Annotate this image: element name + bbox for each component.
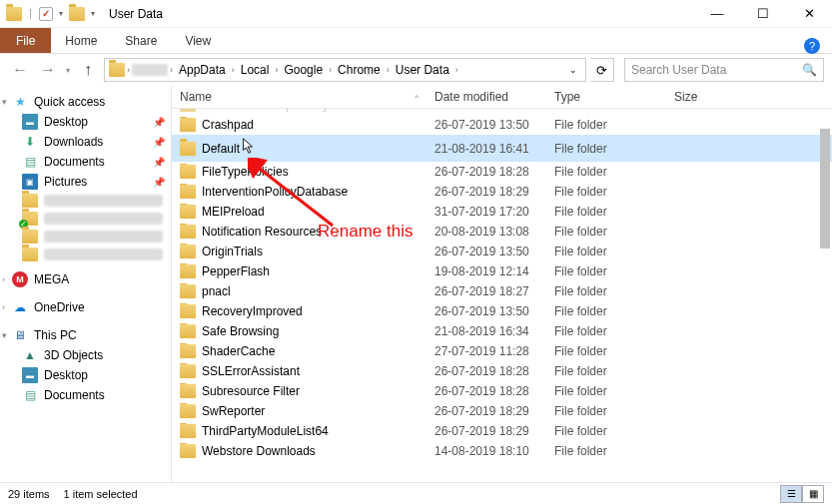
file-row[interactable]: pnacl26-07-2019 18:27File folder	[172, 281, 832, 301]
file-type: File folder	[546, 403, 666, 419]
path-seg-userdata[interactable]: User Data	[392, 63, 453, 77]
folder-icon	[180, 444, 196, 458]
sidebar-item-documents[interactable]: ▤Documents📌	[0, 152, 171, 172]
column-size[interactable]: Size	[666, 86, 832, 108]
file-name: PepperFlash	[202, 264, 270, 278]
column-type[interactable]: Type	[546, 86, 666, 108]
sidebar-item-thispc[interactable]: ▾🖥This PC	[0, 325, 171, 345]
sidebar-item-blurred[interactable]	[22, 230, 163, 244]
refresh-button[interactable]: ⟳	[590, 58, 614, 82]
file-row[interactable]: Default21-08-2019 16:41File folder	[172, 135, 832, 162]
chevron-right-icon[interactable]: ›	[329, 65, 332, 75]
qat-caret-icon[interactable]: ▾	[59, 9, 63, 18]
sidebar-item-3dobjects[interactable]: ▲3D Objects	[0, 345, 171, 365]
file-row[interactable]: Safe Browsing21-08-2019 16:34File folder	[172, 321, 832, 341]
file-row[interactable]: FileTypePolicies26-07-2019 18:28File fol…	[172, 162, 832, 182]
chevron-right-icon[interactable]: ›	[275, 65, 278, 75]
file-type: File folder	[546, 323, 666, 339]
back-button[interactable]: ←	[8, 58, 32, 82]
ribbon-tab-view[interactable]: View	[171, 28, 225, 53]
chevron-right-icon[interactable]: ›	[455, 65, 458, 75]
file-row[interactable]: Subresource Filter26-07-2019 18:28File f…	[172, 381, 832, 401]
path-dropdown-icon[interactable]: ⌄	[569, 65, 577, 75]
sidebar-item-documents[interactable]: ▤Documents	[0, 385, 171, 405]
sidebar-item-downloads[interactable]: ⬇Downloads📌	[0, 132, 171, 152]
file-name-cell: OriginTrials	[172, 244, 426, 259]
file-row[interactable]: CertificateTransparency30-07-2019 11:55F…	[172, 109, 832, 115]
chevron-right-icon[interactable]: ›	[170, 65, 173, 75]
file-row[interactable]: SSLErrorAssistant26-07-2019 18:28File fo…	[172, 361, 832, 381]
path-seg-google[interactable]: Google	[280, 63, 327, 77]
forward-button[interactable]: →	[36, 58, 60, 82]
qat-properties-icon[interactable]: ✓	[39, 7, 53, 21]
up-button[interactable]: ↑	[76, 58, 100, 82]
status-selected-count: 1 item selected	[64, 488, 138, 500]
file-name: ThirdPartyModuleList64	[202, 424, 329, 438]
file-name: MEIPreload	[202, 205, 265, 219]
quick-access-header[interactable]: ▾ ★ Quick access	[0, 92, 171, 112]
folder-icon	[180, 142, 196, 156]
chevron-right-icon[interactable]: ›	[127, 65, 130, 75]
ribbon-file-tab[interactable]: File	[0, 28, 51, 53]
file-name-cell: FileTypePolicies	[172, 164, 426, 180]
history-dropdown-icon[interactable]: ▾	[66, 66, 70, 75]
file-name: FileTypePolicies	[202, 165, 289, 179]
path-seg-appdata[interactable]: AppData	[175, 63, 230, 77]
file-row[interactable]: InterventionPolicyDatabase26-07-2019 18:…	[172, 182, 832, 202]
file-row[interactable]: ShaderCache27-07-2019 11:28File folder	[172, 341, 832, 361]
expand-icon[interactable]: ▾	[2, 97, 7, 107]
chevron-right-icon[interactable]: ›	[232, 65, 235, 75]
expand-icon[interactable]: ›	[2, 274, 5, 284]
column-name[interactable]: Name^	[172, 86, 426, 108]
expand-icon[interactable]: ▾	[2, 330, 7, 340]
sidebar-item-onedrive[interactable]: ›☁OneDrive	[0, 297, 171, 317]
file-row[interactable]: RecoveryImproved26-07-2019 13:50File fol…	[172, 301, 832, 321]
scrollbar[interactable]	[816, 109, 832, 482]
app-icon	[6, 7, 22, 21]
file-name-cell: PepperFlash	[172, 263, 426, 279]
sidebar-item-desktop[interactable]: ▬Desktop📌	[0, 112, 171, 132]
file-row[interactable]: Crashpad26-07-2019 13:50File folder	[172, 115, 832, 135]
close-button[interactable]: ✕	[786, 0, 832, 28]
navigation-pane[interactable]: ▾ ★ Quick access ▬Desktop📌 ⬇Downloads📌 ▤…	[0, 86, 172, 482]
sidebar-item-blurred[interactable]	[22, 212, 163, 226]
path-seg-chrome[interactable]: Chrome	[334, 63, 385, 77]
file-row[interactable]: PepperFlash19-08-2019 12:14File folder	[172, 261, 832, 281]
minimize-button[interactable]: —	[694, 0, 740, 28]
file-row[interactable]: Webstore Downloads14-08-2019 18:10File f…	[172, 441, 832, 461]
help-icon[interactable]: ?	[804, 38, 820, 54]
scrollbar-thumb[interactable]	[820, 129, 830, 249]
chevron-right-icon[interactable]: ›	[387, 65, 390, 75]
column-date[interactable]: Date modified	[426, 86, 546, 108]
file-row[interactable]: SwReporter26-07-2019 18:29File folder	[172, 401, 832, 421]
sidebar-item-mega[interactable]: ›MMEGA	[0, 269, 171, 289]
ribbon-tab-home[interactable]: Home	[51, 28, 111, 53]
view-icons-button[interactable]: ▦	[802, 485, 824, 503]
breadcrumb[interactable]: › › AppData › Local › Google › Chrome › …	[104, 58, 586, 82]
file-rows[interactable]: CertificateTransparency30-07-2019 11:55F…	[172, 109, 832, 482]
mega-icon: M	[12, 271, 28, 287]
qat-new-folder-icon[interactable]	[69, 7, 85, 21]
folder-icon	[180, 109, 196, 112]
sidebar-item-blurred[interactable]	[22, 194, 163, 208]
sidebar-item-pictures[interactable]: ▣Pictures📌	[0, 172, 171, 192]
ribbon-tab-share[interactable]: Share	[111, 28, 171, 53]
file-type: File folder	[546, 141, 666, 157]
file-type: File folder	[546, 423, 666, 439]
view-details-button[interactable]: ☰	[780, 485, 802, 503]
maximize-button[interactable]: ☐	[740, 0, 786, 28]
path-user-blurred[interactable]	[132, 64, 168, 76]
file-type: File folder	[546, 164, 666, 180]
file-type: File folder	[546, 303, 666, 319]
file-type: File folder	[546, 363, 666, 379]
file-row[interactable]: Notification Resources20-08-2019 13:08Fi…	[172, 222, 832, 242]
sidebar-item-desktop[interactable]: ▬Desktop	[0, 365, 171, 385]
search-input[interactable]: Search User Data 🔍	[624, 58, 824, 82]
file-row[interactable]: MEIPreload31-07-2019 17:20File folder	[172, 202, 832, 222]
sidebar-item-blurred[interactable]	[22, 248, 163, 261]
path-seg-local[interactable]: Local	[237, 63, 274, 77]
expand-icon[interactable]: ›	[2, 302, 5, 312]
file-row[interactable]: OriginTrials26-07-2019 13:50File folder	[172, 242, 832, 261]
file-row[interactable]: ThirdPartyModuleList6426-07-2019 18:29Fi…	[172, 421, 832, 441]
qat-overflow-icon[interactable]: ▾	[91, 9, 95, 18]
